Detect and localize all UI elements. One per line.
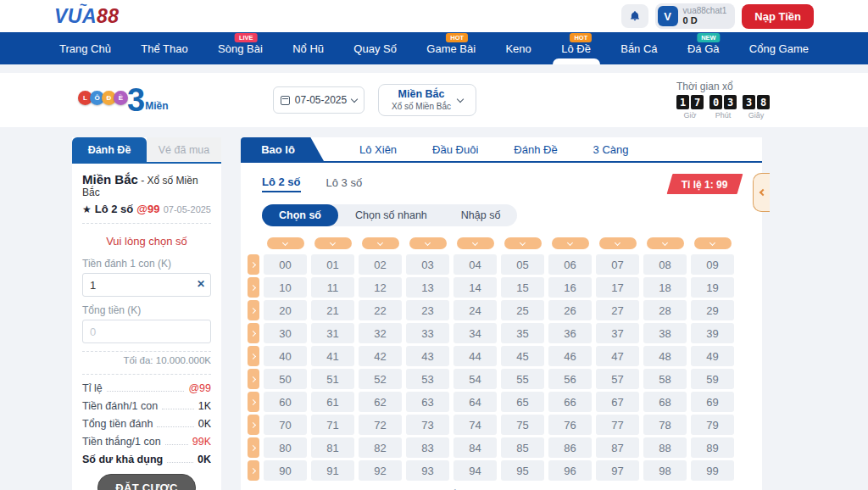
number-cell[interactable]: 22 — [359, 300, 402, 320]
number-cell[interactable]: 07 — [596, 254, 639, 275]
number-cell[interactable]: 97 — [596, 460, 639, 481]
bet-type-tab[interactable]: Đầu Đuôi — [432, 137, 478, 161]
number-cell[interactable]: 31 — [311, 323, 354, 343]
number-cell[interactable]: 41 — [311, 346, 354, 366]
number-cell[interactable]: 69 — [691, 392, 734, 412]
number-cell[interactable]: 84 — [453, 437, 497, 458]
column-selector-button[interactable] — [362, 237, 399, 249]
number-cell[interactable]: 67 — [596, 392, 639, 412]
number-cell[interactable]: 82 — [359, 437, 402, 458]
site-logo[interactable]: ~VUA88 — [54, 5, 120, 28]
number-cell[interactable]: 93 — [406, 460, 449, 481]
mode-tab[interactable]: Chọn số — [262, 204, 338, 226]
number-cell[interactable]: 51 — [311, 369, 354, 389]
row-select-button[interactable] — [248, 300, 259, 320]
number-cell[interactable]: 01 — [311, 254, 354, 275]
number-cell[interactable]: 70 — [264, 415, 307, 435]
number-cell[interactable]: 49 — [691, 346, 734, 366]
number-cell[interactable]: 12 — [359, 277, 402, 298]
number-cell[interactable]: 20 — [264, 300, 307, 320]
column-selector-button[interactable] — [267, 237, 304, 249]
number-cell[interactable]: 19 — [691, 277, 734, 298]
number-cell[interactable]: 63 — [406, 392, 449, 412]
number-cell[interactable]: 04 — [453, 254, 497, 275]
number-cell[interactable]: 43 — [406, 346, 449, 366]
nav-item[interactable]: LIVESòng Bài — [216, 32, 264, 64]
nav-item[interactable]: Bắn Cá — [619, 32, 659, 64]
number-cell[interactable]: 83 — [406, 437, 449, 458]
number-cell[interactable]: 87 — [596, 437, 639, 458]
column-selector-button[interactable] — [599, 237, 637, 249]
number-cell[interactable]: 44 — [453, 346, 497, 366]
number-cell[interactable]: 25 — [501, 300, 544, 320]
nav-item[interactable]: HOTGame Bài — [425, 32, 477, 64]
number-cell[interactable]: 74 — [453, 415, 497, 435]
number-cell[interactable]: 90 — [264, 460, 307, 481]
mode-tab[interactable]: Nhập số — [444, 204, 518, 226]
number-cell[interactable]: 59 — [691, 369, 734, 389]
number-cell[interactable]: 60 — [264, 392, 307, 412]
number-cell[interactable]: 21 — [311, 300, 354, 320]
column-selector-button[interactable] — [552, 237, 589, 249]
number-cell[interactable]: 26 — [548, 300, 592, 320]
mode-tab[interactable]: Chọn số nhanh — [338, 204, 444, 226]
number-cell[interactable]: 57 — [596, 369, 639, 389]
deposit-button[interactable]: Nạp Tiền — [742, 4, 814, 29]
number-cell[interactable]: 24 — [453, 300, 497, 320]
number-cell[interactable]: 96 — [548, 460, 592, 481]
number-cell[interactable]: 23 — [406, 300, 449, 320]
number-cell[interactable]: 72 — [359, 415, 402, 435]
number-cell[interactable]: 37 — [596, 323, 639, 343]
number-cell[interactable]: 92 — [359, 460, 402, 481]
number-cell[interactable]: 78 — [643, 415, 687, 435]
number-cell[interactable]: 30 — [264, 323, 307, 343]
number-cell[interactable]: 08 — [643, 254, 687, 275]
number-cell[interactable]: 76 — [548, 415, 592, 435]
number-cell[interactable]: 64 — [453, 392, 497, 412]
number-cell[interactable]: 16 — [548, 277, 592, 298]
number-cell[interactable]: 47 — [596, 346, 639, 366]
number-cell[interactable]: 56 — [548, 369, 592, 389]
number-cell[interactable]: 79 — [691, 415, 734, 435]
number-cell[interactable]: 40 — [264, 346, 307, 366]
row-select-button[interactable] — [248, 415, 259, 435]
nav-item[interactable]: HOTLô Đề — [559, 32, 593, 64]
number-cell[interactable]: 80 — [264, 437, 307, 458]
nav-item[interactable]: Trang Chủ — [58, 32, 113, 64]
bet-type-tab[interactable]: Đánh Đề — [514, 137, 557, 161]
number-cell[interactable]: 62 — [359, 392, 402, 412]
number-cell[interactable]: 35 — [501, 323, 544, 343]
nav-item[interactable]: Quay Số — [352, 32, 398, 64]
number-cell[interactable]: 48 — [643, 346, 687, 366]
number-cell[interactable]: 39 — [691, 323, 734, 343]
collapse-panel-handle[interactable] — [753, 173, 770, 212]
number-cell[interactable]: 28 — [643, 300, 687, 320]
nav-item[interactable]: Thể Thao — [139, 32, 189, 64]
place-bet-button[interactable]: ĐẶT CƯỢC — [97, 474, 195, 490]
number-cell[interactable]: 45 — [501, 346, 544, 366]
number-cell[interactable]: 65 — [501, 392, 544, 412]
number-cell[interactable]: 33 — [406, 323, 449, 343]
sidebar-tab[interactable]: Vé đã mua — [147, 137, 221, 162]
bet-type-tab[interactable]: Bao lô — [241, 137, 324, 161]
row-select-button[interactable] — [248, 346, 259, 366]
number-cell[interactable]: 81 — [311, 437, 354, 458]
number-cell[interactable]: 68 — [643, 392, 687, 412]
column-selector-button[interactable] — [457, 237, 494, 249]
sidebar-tab[interactable]: Đánh Đề — [72, 137, 147, 162]
row-select-button[interactable] — [248, 392, 259, 412]
number-cell[interactable]: 98 — [643, 460, 687, 481]
number-cell[interactable]: 55 — [501, 369, 544, 389]
tab-lo-2-so[interactable]: Lô 2 số — [262, 175, 301, 192]
number-cell[interactable]: 50 — [264, 369, 307, 389]
nav-item[interactable]: Keno — [504, 32, 532, 64]
number-cell[interactable]: 13 — [406, 277, 449, 298]
number-cell[interactable]: 34 — [453, 323, 497, 343]
number-cell[interactable]: 66 — [548, 392, 592, 412]
row-select-button[interactable] — [248, 437, 259, 458]
number-cell[interactable]: 85 — [501, 437, 544, 458]
notification-button[interactable] — [621, 4, 648, 28]
row-select-button[interactable] — [248, 460, 259, 481]
number-cell[interactable]: 58 — [643, 369, 687, 389]
column-selector-button[interactable] — [694, 237, 732, 249]
